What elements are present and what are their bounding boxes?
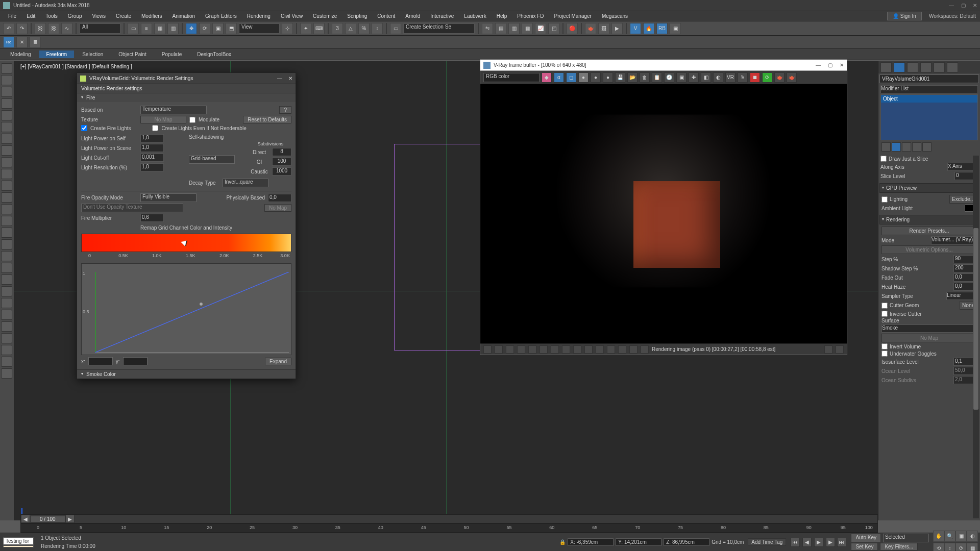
vfb-alpha-icon[interactable]: α bbox=[554, 72, 564, 83]
vfb-copy-icon[interactable]: 📋 bbox=[652, 72, 662, 83]
coord-y[interactable]: Y: 14,201cm bbox=[616, 538, 662, 546]
dialog-minimize-icon[interactable]: — bbox=[277, 76, 282, 81]
reset-to-defaults-button[interactable]: Reset to Defaults bbox=[243, 116, 291, 123]
underwater-goggles-checkbox[interactable] bbox=[881, 350, 888, 357]
menu-interactive[interactable]: Interactive bbox=[426, 12, 458, 20]
y-field[interactable] bbox=[123, 357, 148, 365]
vfb-titlebar[interactable]: V-Ray frame buffer - [100% of 640 x 480]… bbox=[480, 60, 847, 71]
orbit-icon[interactable]: ⟲ bbox=[933, 543, 944, 552]
lb-icon-19[interactable] bbox=[1, 274, 12, 285]
vfb-sb-11[interactable] bbox=[596, 345, 604, 354]
maxscript-listener[interactable]: Testing for bbox=[3, 537, 34, 545]
vfb-render-icon[interactable]: 🫖 bbox=[774, 72, 785, 83]
vfb-b-icon[interactable]: ● bbox=[603, 72, 613, 83]
unlink-button[interactable]: ⛓̷ bbox=[48, 23, 59, 34]
align-button[interactable]: ▤ bbox=[495, 23, 506, 34]
tab-utilities-icon[interactable] bbox=[947, 62, 958, 72]
dialog-titlebar[interactable]: VRayVolumeGrid: Volumetric Render Settin… bbox=[77, 73, 296, 84]
lb-icon-3[interactable] bbox=[1, 87, 12, 97]
lb-icon-15[interactable] bbox=[1, 228, 12, 238]
key-filters-button[interactable]: Key Filters... bbox=[880, 543, 918, 550]
sign-in-button[interactable]: 👤 Sign In bbox=[887, 12, 922, 20]
vfb-vr-icon[interactable]: VR bbox=[725, 72, 736, 83]
fire-opacity-mode-dropdown[interactable]: Fully Visible bbox=[140, 193, 197, 202]
lb-icon-9[interactable] bbox=[1, 157, 12, 167]
x-field[interactable] bbox=[88, 357, 113, 365]
ribbon-tab-objectpaint[interactable]: Object Paint bbox=[111, 51, 153, 58]
expand-button[interactable]: Expand bbox=[265, 358, 291, 365]
vray-button[interactable]: V bbox=[630, 23, 641, 34]
menu-help[interactable]: Help bbox=[493, 12, 511, 20]
lb-icon-21[interactable] bbox=[1, 298, 12, 308]
dialog-close-icon[interactable]: ✕ bbox=[288, 76, 292, 81]
physically-based-spinner[interactable]: 0,0 bbox=[268, 194, 291, 202]
lb-icon-1[interactable] bbox=[1, 63, 12, 73]
menu-create[interactable]: Create bbox=[112, 12, 135, 20]
select-object-button[interactable]: ▭ bbox=[128, 23, 139, 34]
max-toggle-icon[interactable]: ▦ bbox=[967, 543, 978, 552]
frame-indicator[interactable]: 0 / 100 bbox=[30, 516, 65, 522]
vfb-sb-end2[interactable] bbox=[836, 345, 844, 354]
lb-icon-13[interactable] bbox=[1, 204, 12, 214]
layers-button[interactable]: ▥ bbox=[508, 23, 520, 34]
select-and-rotate-button[interactable]: ⟳ bbox=[199, 23, 210, 34]
vfb-sb-2[interactable] bbox=[495, 345, 503, 354]
stack-item[interactable]: Object bbox=[881, 95, 977, 103]
menu-civilview[interactable]: Civil View bbox=[277, 12, 307, 20]
named-selection-dropdown[interactable]: Create Selection Se bbox=[403, 23, 475, 34]
maximize-icon[interactable]: ▢ bbox=[961, 3, 966, 8]
lb-icon-2[interactable] bbox=[1, 75, 12, 85]
vfb-sb-1[interactable] bbox=[483, 345, 492, 354]
menu-content[interactable]: Content bbox=[373, 12, 399, 20]
self-shadowing-dropdown[interactable]: Grid-based bbox=[189, 155, 235, 164]
vfb-load-icon[interactable]: 📂 bbox=[627, 72, 638, 83]
time-slider-bar[interactable]: ◀ 0 / 100 ▶ bbox=[20, 514, 878, 523]
vfb-save-icon[interactable]: 💾 bbox=[615, 72, 625, 83]
menu-projectmanager[interactable]: Project Manager bbox=[550, 12, 596, 20]
object-name-field[interactable]: VRayVolumeGrid001 bbox=[879, 74, 979, 83]
ribbon-tab-modeling[interactable]: Modeling bbox=[3, 51, 38, 58]
light-power-scene-spinner[interactable]: 1,0 bbox=[140, 144, 164, 152]
lb-icon-14[interactable] bbox=[1, 216, 12, 226]
rendering-rollup-header[interactable]: Rendering bbox=[879, 215, 979, 224]
reference-coord-dropdown[interactable]: View bbox=[239, 23, 280, 34]
help-button[interactable]: ? bbox=[279, 106, 291, 114]
dolly-icon[interactable]: ↕ bbox=[944, 543, 955, 552]
make-unique-icon[interactable] bbox=[902, 142, 911, 152]
menu-file[interactable]: File bbox=[4, 12, 20, 20]
next-key-icon[interactable]: ▶ bbox=[65, 515, 75, 523]
mini-listener[interactable] bbox=[3, 545, 34, 547]
tab-create-icon[interactable] bbox=[880, 62, 892, 72]
render-production-button[interactable]: ▶ bbox=[611, 23, 623, 34]
select-and-place-button[interactable]: ⬒ bbox=[226, 23, 237, 34]
vfb-mono-icon[interactable]: ◻ bbox=[566, 72, 576, 83]
rendered-frame-button[interactable]: 🖼 bbox=[598, 23, 609, 34]
vfb-cc-icon[interactable]: ◧ bbox=[701, 72, 711, 83]
config-mod-icon[interactable] bbox=[922, 142, 932, 152]
gi-spinner[interactable]: 100 bbox=[272, 158, 291, 166]
caustic-spinner[interactable]: 1000 bbox=[272, 167, 291, 176]
surface-dropdown[interactable]: Smoke bbox=[881, 324, 977, 333]
tool-x-button[interactable]: ✕ bbox=[16, 37, 28, 48]
menu-modifiers[interactable]: Modifiers bbox=[137, 12, 166, 20]
texture-nomap-button[interactable]: No Map bbox=[140, 116, 186, 123]
cutter-geom-checkbox[interactable] bbox=[881, 303, 888, 309]
zoom-icon[interactable]: 🔍 bbox=[944, 531, 955, 542]
spinner-snap-button[interactable]: ↕ bbox=[372, 23, 383, 34]
use-pivot-button[interactable]: ⊹ bbox=[282, 23, 293, 34]
vfb-region-icon[interactable]: ▣ bbox=[676, 72, 687, 83]
light-resolution-spinner[interactable]: 1,0 bbox=[140, 163, 164, 171]
lb-icon-12[interactable] bbox=[1, 192, 12, 203]
pan-icon[interactable]: ✋ bbox=[933, 531, 944, 542]
menu-laubwerk[interactable]: Laubwerk bbox=[460, 12, 490, 20]
material-editor-button[interactable]: 🔴 bbox=[567, 23, 578, 34]
vfb-stop-icon[interactable]: ⏹ bbox=[750, 72, 760, 83]
vfb-sb-4[interactable] bbox=[517, 345, 525, 354]
rc-button[interactable]: Rc bbox=[3, 37, 14, 48]
menu-phoenixfd[interactable]: Phoenix FD bbox=[513, 12, 548, 20]
vfb-r-icon[interactable]: ● bbox=[578, 72, 589, 83]
key-mode-dropdown[interactable]: Selected bbox=[883, 534, 929, 542]
snap-toggle-button[interactable]: 3 bbox=[332, 23, 343, 34]
mirror-button[interactable]: ⇋ bbox=[482, 23, 493, 34]
show-end-result-icon[interactable] bbox=[892, 142, 901, 152]
